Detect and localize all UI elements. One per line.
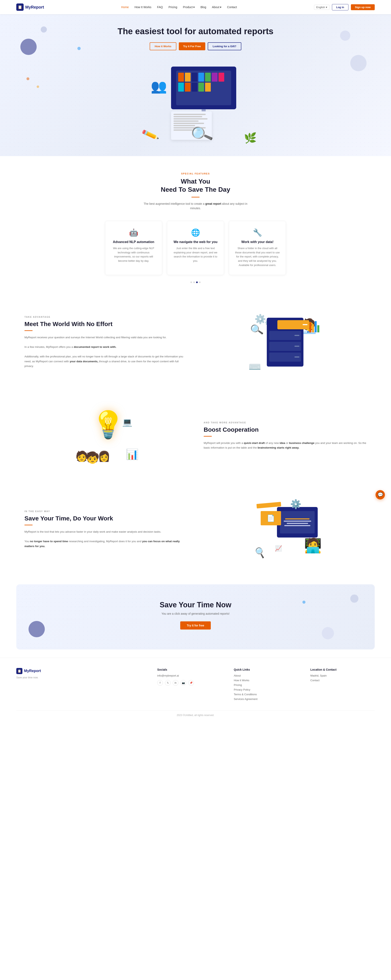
footer-link-how[interactable]: How it Works [234, 679, 298, 682]
cooperation-visual: 💡 🧑 🧒 👩 📊 💻 [24, 405, 187, 466]
brand-logo[interactable]: 📋 MyReport [16, 3, 44, 11]
footer-brand: 📋 MyReport Save your time now. [16, 668, 145, 702]
savetime-section: IN THE EASY WAY Save Your Time, Do Your … [0, 482, 391, 576]
footer-link-privacy[interactable]: Privacy Policy [234, 688, 298, 691]
data-icon: 📈 [275, 545, 282, 552]
people-illustration: 👥 [151, 79, 167, 94]
footer-copyright: 2023 ©Untitled, all rights reserved. [16, 710, 375, 717]
savetime-inner: IN THE EASY WAY Save Your Time, Do Your … [24, 499, 367, 560]
feature-desc-1: We are using the cutting-edge NLP techno… [111, 246, 156, 263]
instagram-icon[interactable]: 📷 [180, 680, 186, 686]
footer-email: info@mybreport.ai [157, 674, 222, 677]
features-carousel-dots [16, 282, 375, 283]
tools-icon: 🔧 [235, 228, 280, 237]
advantage-visual: 🧑‍💼 ⚙️ ⚙️ 🔍 ⌨️ [204, 312, 367, 373]
deco-circle-2 [41, 27, 47, 33]
features-title: What You Need To Save The Day [16, 177, 375, 194]
facebook-icon[interactable]: f [157, 680, 163, 686]
dot-4[interactable] [199, 282, 201, 283]
footer-location-title: Location & Contact [310, 668, 375, 671]
cta-dots-pattern [16, 584, 375, 649]
savetime-tag: IN THE EASY WAY [24, 510, 187, 512]
footer-link-services[interactable]: Services Agreement [234, 697, 298, 700]
search-illustration-icon: 🔍 [249, 323, 264, 337]
copyright-text: 2023 ©Untitled, all rights reserved. [177, 714, 214, 717]
deco-circle-6 [27, 77, 29, 80]
login-button[interactable]: Log in [332, 4, 348, 10]
try-free-button[interactable]: Try it For Free [179, 42, 206, 50]
feature-card-web: 🌐 We navigate the web for you Just enter… [167, 221, 224, 275]
hero-section: The easiest tool for automated reports H… [0, 14, 391, 156]
cooperation-desc: MyReport will provide you with a quick-s… [204, 441, 367, 450]
dot-3[interactable] [196, 282, 198, 283]
nav-actions: English ▾ Log in Sign up now [314, 4, 375, 10]
title-divider [192, 197, 199, 197]
dot-2[interactable] [193, 282, 195, 283]
signup-button[interactable]: Sign up now [351, 4, 375, 10]
footer-link-about[interactable]: About [234, 674, 298, 677]
linkedin-icon[interactable]: in [173, 680, 179, 686]
advantage-title: Meet The World With No Effort [24, 321, 187, 328]
feature-desc-3: Share a folder in the cloud with all tho… [235, 246, 280, 267]
deco-circle-7 [37, 86, 39, 88]
feature-title-2: We navigate the web for you [173, 240, 218, 244]
robot-icon: 🤖 [111, 228, 156, 237]
language-selector[interactable]: English ▾ [314, 5, 329, 10]
feature-card-nlp: 🤖 Advanced NLP automation We are using t… [105, 221, 162, 275]
folder-illustration: 📄 [261, 511, 281, 525]
cta-section: Save Your Time Now You are a click away … [0, 584, 391, 649]
nav-home[interactable]: Home [121, 5, 129, 9]
nav-contact[interactable]: Contact [227, 5, 237, 9]
nav-faq[interactable]: FAQ [157, 5, 163, 9]
cabinet-illustration: 🧑‍💼 ⚙️ ⚙️ 🔍 ⌨️ [249, 312, 322, 373]
cta-inner: Save Your Time Now You are a click away … [16, 584, 375, 649]
footer-logo: 📋 MyReport [16, 668, 145, 674]
chat-widget[interactable]: 💬 [375, 490, 385, 500]
nav-about[interactable]: About ▾ [212, 5, 221, 9]
advantage-tag: TAKE ADVANTAGE [24, 316, 187, 318]
chevron-down-icon: ▾ [326, 6, 327, 9]
cooperation-tag: AND TAKE MORE ADVANTAGE [204, 421, 367, 424]
chart-icon: 📊 [126, 449, 139, 460]
plant-illustration: 🌿 [244, 132, 257, 144]
how-it-works-button[interactable]: How it Works [150, 42, 176, 50]
cta-button[interactable]: Try it for free [180, 621, 211, 630]
nav-blog[interactable]: Blog [200, 5, 206, 9]
nav-how-it-works[interactable]: How It Works [134, 5, 151, 9]
footer-socials-title: Socials [157, 668, 222, 671]
footer-top: 📋 MyReport Save your time now. Socials i… [16, 668, 375, 702]
footer-location-city: Madrid, Spain [310, 674, 375, 677]
features-grid: 🤖 Advanced NLP automation We are using t… [16, 221, 375, 275]
footer-location: Location & Contact Madrid, Spain Contact [310, 668, 375, 702]
pinterest-icon[interactable]: 📌 [188, 680, 194, 686]
nav-pricing[interactable]: Pricing [168, 5, 177, 9]
nav-product[interactable]: Product ▾ [183, 5, 195, 9]
advantage-text: TAKE ADVANTAGE Meet The World With No Ef… [24, 316, 187, 369]
cta-circle-4 [302, 601, 305, 604]
person-2-icon: 🧒 [86, 451, 100, 464]
footer-socials: Socials info@mybreport.ai f 𝕏 in 📷 📌 [157, 668, 222, 702]
savetime-title: Save Your Time, Do Your Work [24, 515, 187, 522]
twitter-x-icon[interactable]: 𝕏 [165, 680, 171, 686]
features-tag: SPECIAL FEATURES [16, 172, 375, 175]
savetime-illustration: 🧑‍💻 ⚙️ 🔍 📄 📈 [249, 499, 322, 560]
footer-quicklinks: Quick Links About How it Works Pricing P… [234, 668, 298, 702]
hero-buttons: How it Works Try it For Free Looking for… [150, 42, 241, 50]
lightbulb-icon: 💡 [92, 409, 124, 440]
deco-circle-4 [350, 55, 367, 71]
feature-card-data: 🔧 Work with your data! Share a folder in… [229, 221, 286, 275]
footer-contact-link[interactable]: Contact [310, 679, 375, 682]
gift-button[interactable]: Looking for a Gift? [208, 42, 241, 50]
monitor-illustration [171, 67, 236, 113]
laptop-illustration [277, 507, 318, 538]
footer-logo-icon: 📋 [16, 668, 22, 674]
laptop-small-icon: 💻 [122, 417, 132, 427]
footer-link-pricing[interactable]: Pricing [234, 684, 298, 687]
social-icons-row: f 𝕏 in 📷 📌 [157, 680, 222, 686]
dot-1[interactable] [190, 282, 192, 283]
footer-tagline: Save your time now. [16, 676, 145, 679]
footer-link-terms[interactable]: Terms & Conditions [234, 693, 298, 696]
features-subtitle: The best augmented intelligence tool to … [140, 202, 251, 211]
magnifier-2-icon: 🔍 [253, 546, 267, 559]
footer-brand-name: MyReport [24, 669, 41, 673]
